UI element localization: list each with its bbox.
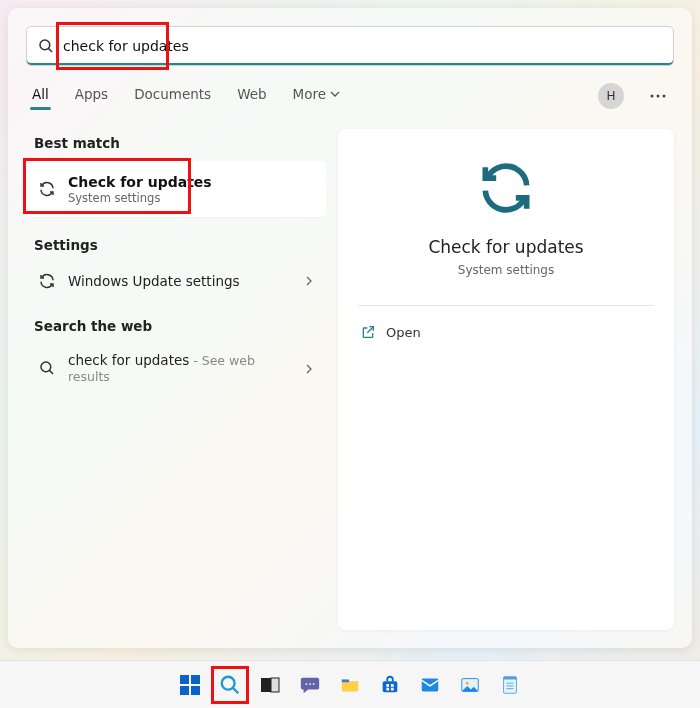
- result-label: check for updates - See web results: [68, 352, 292, 384]
- svg-point-2: [651, 95, 654, 98]
- preview-center: Check for updates System settings: [358, 155, 654, 277]
- svg-point-11: [222, 676, 235, 689]
- tab-documents[interactable]: Documents: [132, 80, 213, 112]
- search-icon: [38, 359, 56, 377]
- result-web-search[interactable]: check for updates - See web results: [26, 344, 326, 392]
- preview-subtitle: System settings: [458, 263, 554, 277]
- taskbar-notepad-button[interactable]: [496, 671, 524, 699]
- chevron-down-icon: [330, 89, 340, 99]
- result-windows-update-settings[interactable]: Windows Update settings: [26, 263, 326, 298]
- avatar[interactable]: H: [598, 83, 624, 109]
- svg-rect-8: [191, 675, 200, 684]
- svg-rect-22: [386, 687, 389, 690]
- section-header-settings: Settings: [26, 231, 326, 263]
- taskbar-mail-button[interactable]: [416, 671, 444, 699]
- taskbar-search-button[interactable]: [216, 671, 244, 699]
- notepad-icon: [499, 674, 521, 696]
- tab-more-label: More: [293, 86, 326, 102]
- divider: [358, 305, 654, 306]
- open-action[interactable]: Open: [358, 320, 654, 344]
- update-icon-large: [475, 157, 537, 219]
- photos-icon: [459, 674, 481, 696]
- result-text-block: Check for updates System settings: [68, 174, 212, 205]
- svg-point-5: [41, 362, 51, 372]
- chevron-right-icon: [304, 359, 314, 378]
- result-label: Windows Update settings: [68, 273, 240, 289]
- svg-line-12: [233, 687, 239, 693]
- open-external-icon: [360, 324, 376, 340]
- results-column: Best match Check for updates System sett…: [26, 129, 326, 630]
- preview-title: Check for updates: [428, 237, 583, 257]
- folder-icon: [339, 674, 361, 696]
- svg-rect-23: [391, 687, 394, 690]
- body-columns: Best match Check for updates System sett…: [8, 113, 692, 648]
- svg-rect-9: [180, 686, 189, 695]
- search-wrap: [26, 26, 674, 66]
- svg-point-0: [40, 40, 50, 50]
- svg-rect-10: [191, 686, 200, 695]
- svg-point-26: [466, 681, 469, 684]
- update-icon: [38, 272, 56, 290]
- more-options-button[interactable]: [646, 90, 670, 102]
- search-input[interactable]: [63, 38, 663, 54]
- tab-web[interactable]: Web: [235, 80, 268, 112]
- tabs-row: All Apps Documents Web More H: [8, 72, 692, 113]
- taskbar-task-view-button[interactable]: [256, 671, 284, 699]
- result-subtitle: System settings: [68, 191, 212, 205]
- preview-panel: Check for updates System settings Open: [338, 129, 674, 630]
- taskbar-file-explorer-button[interactable]: [336, 671, 364, 699]
- svg-rect-24: [422, 678, 439, 691]
- svg-rect-7: [180, 675, 189, 684]
- mail-icon: [419, 674, 441, 696]
- taskbar-start-button[interactable]: [176, 671, 204, 699]
- svg-rect-18: [342, 679, 349, 682]
- svg-point-3: [657, 95, 660, 98]
- taskbar-photos-button[interactable]: [456, 671, 484, 699]
- section-header-search-web: Search the web: [26, 312, 326, 344]
- section-header-best-match: Best match: [26, 129, 326, 161]
- svg-line-6: [49, 370, 53, 374]
- result-best-match[interactable]: Check for updates System settings: [26, 161, 326, 217]
- store-icon: [379, 674, 401, 696]
- open-label: Open: [386, 325, 421, 340]
- svg-rect-21: [391, 684, 394, 687]
- chevron-right-icon: [304, 271, 314, 290]
- svg-point-16: [305, 683, 307, 685]
- svg-rect-20: [386, 684, 389, 687]
- svg-rect-19: [383, 681, 398, 692]
- task-view-icon: [259, 674, 281, 696]
- svg-line-1: [48, 48, 52, 52]
- update-icon: [38, 180, 56, 198]
- search-icon: [219, 674, 241, 696]
- taskbar: [0, 660, 700, 708]
- svg-rect-14: [271, 678, 279, 692]
- ellipsis-icon: [650, 94, 666, 98]
- svg-rect-28: [504, 676, 517, 679]
- tab-apps[interactable]: Apps: [73, 80, 110, 112]
- chat-icon: [299, 674, 321, 696]
- tab-all[interactable]: All: [30, 80, 51, 112]
- tab-more[interactable]: More: [291, 80, 342, 112]
- svg-point-15: [309, 683, 311, 685]
- result-title: Check for updates: [68, 174, 212, 190]
- svg-rect-13: [261, 678, 271, 692]
- search-bar[interactable]: [26, 26, 674, 66]
- svg-point-17: [313, 683, 315, 685]
- search-icon: [37, 37, 55, 55]
- taskbar-chat-button[interactable]: [296, 671, 324, 699]
- taskbar-store-button[interactable]: [376, 671, 404, 699]
- windows-logo-icon: [179, 674, 201, 696]
- search-window: All Apps Documents Web More H Best match…: [8, 8, 692, 648]
- svg-point-4: [663, 95, 666, 98]
